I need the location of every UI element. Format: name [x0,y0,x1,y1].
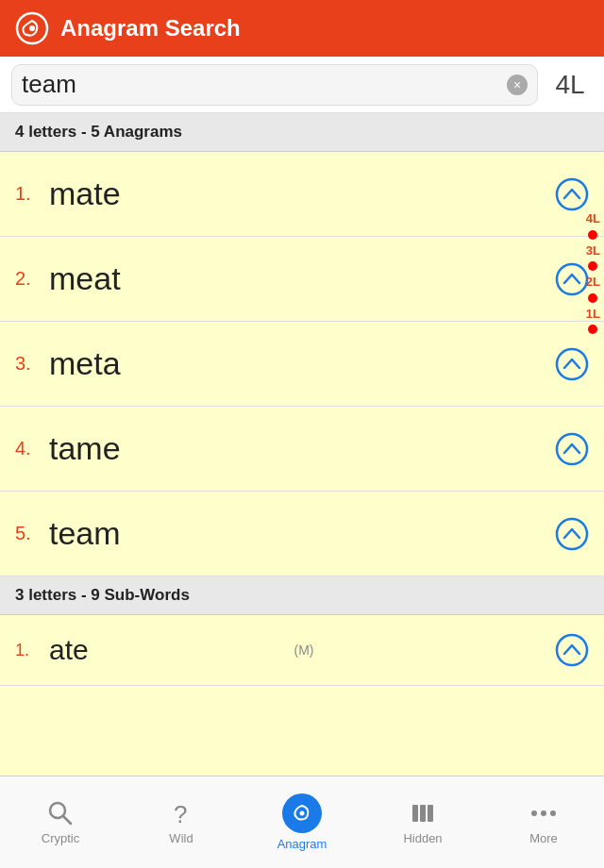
filter-4l[interactable]: 4L [586,211,600,226]
result-word: meat [49,260,555,297]
svg-point-11 [300,811,305,816]
svg-rect-13 [420,805,426,822]
tab-cryptic[interactable]: Cryptic [0,776,121,868]
result-word: team [49,515,555,552]
svg-point-1 [29,25,35,31]
result-number: 2. [15,268,49,290]
filter-1l-dot [588,325,597,334]
result-tag: (M) [294,643,314,658]
chevron-up-icon[interactable] [555,517,589,551]
svg-point-7 [557,635,587,665]
svg-rect-12 [412,805,418,822]
result-word: mate [49,175,555,212]
chevron-up-icon[interactable] [555,633,589,667]
svg-point-4 [557,349,587,379]
app-header: Anagram Search [0,0,604,57]
tab-cryptic-label: Cryptic [42,831,79,845]
chevron-up-icon[interactable] [555,177,589,211]
result-number: 1. [15,641,49,660]
chevron-up-icon[interactable] [555,432,589,466]
subwords-section-header: 3 letters - 9 Sub-Words [0,576,604,615]
tab-hidden-label: Hidden [403,831,442,845]
tab-wild[interactable]: ? Wild [121,776,242,868]
search-bar: × 4L [0,57,604,113]
filter-4l-dot [588,230,597,240]
tab-wild-label: Wild [169,831,193,845]
list-item: 2. meat [0,237,604,322]
tab-more-label: More [529,831,558,845]
question-icon: ? [167,799,195,827]
svg-point-17 [550,810,556,816]
result-word: meta [49,345,555,382]
chevron-up-icon[interactable] [555,347,589,381]
svg-point-2 [557,179,587,209]
svg-line-9 [63,816,71,824]
filter-1l[interactable]: 1L [586,307,600,322]
list-item: 4. tame [0,407,604,492]
filter-3l[interactable]: 3L [586,243,600,259]
svg-point-15 [531,810,537,816]
clear-icon[interactable]: × [507,75,528,95]
svg-point-6 [557,519,587,549]
list-item: 1. ate (M) [0,615,604,686]
search-icon [46,799,75,827]
result-word: ate [49,634,291,666]
result-number: 5. [15,523,49,544]
filter-2l-dot [588,293,597,303]
results-container[interactable]: 4 letters - 5 Anagrams 1. mate 2. meat 3… [0,113,604,776]
tab-bar: Cryptic ? Wild Anagram Hidden [0,776,604,868]
app-logo-icon [15,11,49,45]
app-title: Anagram Search [60,15,241,42]
dots-icon [529,799,558,827]
list-item: 1. mate [0,152,604,237]
grid-icon [409,799,437,827]
result-number: 3. [15,353,49,375]
svg-text:?: ? [174,800,187,827]
tab-anagram[interactable]: Anagram [242,776,362,868]
filter-3l-dot [588,261,597,271]
tab-anagram-label: Anagram [277,837,327,851]
search-input[interactable] [22,70,507,99]
svg-point-5 [557,434,587,464]
anagram-spiral-icon [282,793,322,833]
letter-count: 4L [547,70,593,100]
filter-2l[interactable]: 2L [586,275,600,290]
result-number: 4. [15,438,49,459]
list-item: 5. team [0,492,604,576]
anagrams-section-header: 4 letters - 5 Anagrams [0,113,604,152]
length-filter[interactable]: 4L 3L 2L 1L [582,208,604,338]
result-number: 1. [15,183,49,205]
svg-rect-14 [428,805,433,822]
svg-point-16 [541,810,546,816]
list-item: 3. meta [0,322,604,407]
search-input-container[interactable]: × [11,64,538,106]
result-word: tame [49,430,555,467]
tab-hidden[interactable]: Hidden [362,776,483,868]
tab-more[interactable]: More [483,776,604,868]
